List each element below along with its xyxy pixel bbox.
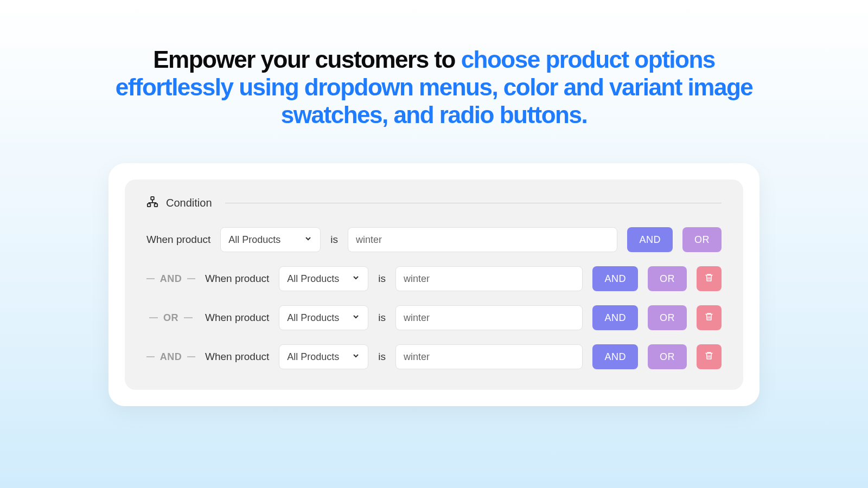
product-select-value: All Products [287, 312, 339, 324]
is-label: is [330, 234, 338, 246]
is-label: is [378, 273, 386, 285]
condition-row: ORWhen productAll ProductsisANDOR [146, 305, 722, 330]
section-divider [225, 203, 722, 203]
product-select-value: All Products [287, 273, 339, 285]
condition-row: ANDWhen productAll ProductsisANDOR [146, 266, 722, 291]
is-label: is [378, 351, 386, 363]
and-button[interactable]: AND [592, 266, 638, 291]
connector-label: AND [160, 273, 182, 285]
delete-button[interactable] [697, 344, 722, 369]
condition-row-base: When product All Products is AND OR [146, 227, 722, 252]
section-header: Condition [146, 196, 722, 210]
trash-icon [704, 273, 714, 285]
dash-icon [146, 278, 155, 279]
svg-rect-0 [151, 197, 154, 200]
connector: AND [146, 351, 195, 363]
svg-rect-1 [148, 204, 151, 207]
trash-icon [704, 351, 714, 363]
chevron-down-icon [304, 234, 312, 246]
dash-icon [184, 317, 193, 318]
headline-dark: Empower your customers to [153, 46, 461, 73]
condition-card: Condition When product All Products is A… [108, 163, 760, 406]
product-select[interactable]: All Products [279, 266, 368, 291]
or-button[interactable]: OR [648, 344, 687, 369]
dash-icon [187, 278, 195, 279]
dash-icon [187, 356, 195, 357]
product-select-value: All Products [228, 234, 280, 246]
and-button[interactable]: AND [592, 305, 638, 330]
when-product-label: When product [205, 273, 269, 285]
condition-row: ANDWhen productAll ProductsisANDOR [146, 344, 722, 369]
condition-value-input[interactable] [395, 344, 583, 369]
when-product-label: When product [205, 312, 269, 324]
connector-label: AND [160, 351, 182, 363]
section-title: Condition [166, 197, 212, 208]
chevron-down-icon [352, 351, 360, 363]
product-select[interactable]: All Products [279, 344, 368, 369]
trash-icon [704, 312, 714, 324]
or-button[interactable]: OR [648, 305, 687, 330]
chevron-down-icon [352, 273, 360, 285]
hierarchy-icon [146, 196, 158, 210]
product-select-value: All Products [287, 351, 339, 363]
page-headline: Empower your customers to choose product… [108, 46, 760, 129]
dash-icon [149, 317, 158, 318]
condition-panel: Condition When product All Products is A… [125, 179, 743, 390]
connector: OR [146, 312, 195, 324]
delete-button[interactable] [697, 305, 722, 330]
chevron-down-icon [352, 312, 360, 324]
condition-value-input[interactable] [395, 266, 583, 291]
connector: AND [146, 273, 195, 285]
svg-rect-2 [155, 204, 158, 207]
condition-value-input[interactable] [395, 305, 583, 330]
product-select[interactable]: All Products [279, 305, 368, 330]
and-button[interactable]: AND [592, 344, 638, 369]
delete-button[interactable] [697, 266, 722, 291]
connector-label: OR [163, 312, 178, 324]
condition-value-input[interactable] [348, 227, 617, 252]
when-product-label: When product [146, 234, 210, 246]
product-select[interactable]: All Products [220, 227, 321, 252]
and-button[interactable]: AND [627, 227, 673, 252]
or-button[interactable]: OR [648, 266, 687, 291]
dash-icon [146, 356, 155, 357]
or-button[interactable]: OR [682, 227, 722, 252]
when-product-label: When product [205, 351, 269, 363]
is-label: is [378, 312, 386, 324]
